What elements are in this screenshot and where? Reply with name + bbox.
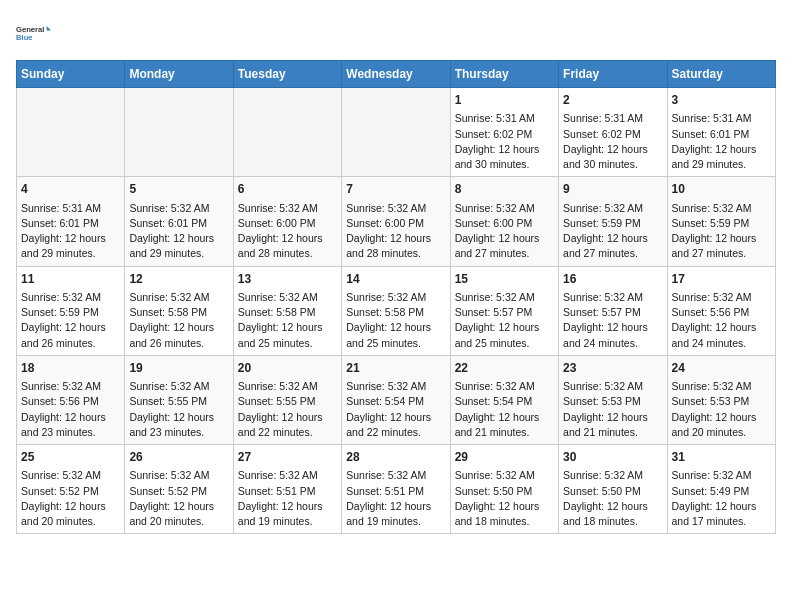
calendar-week-row: 18Sunrise: 5:32 AMSunset: 5:56 PMDayligh… (17, 355, 776, 444)
day-number: 26 (129, 449, 228, 466)
calendar-cell: 13Sunrise: 5:32 AMSunset: 5:58 PMDayligh… (233, 266, 341, 355)
day-info-line: and 21 minutes. (563, 425, 662, 440)
day-number: 31 (672, 449, 771, 466)
day-info-line: Daylight: 12 hours (672, 499, 771, 514)
day-info-line: and 25 minutes. (455, 336, 554, 351)
day-info-line: Sunrise: 5:32 AM (672, 201, 771, 216)
day-header-sunday: Sunday (17, 61, 125, 88)
calendar-cell: 7Sunrise: 5:32 AMSunset: 6:00 PMDaylight… (342, 177, 450, 266)
day-number: 5 (129, 181, 228, 198)
day-info-line: and 25 minutes. (346, 336, 445, 351)
day-info-line: and 28 minutes. (238, 246, 337, 261)
day-info-line: and 23 minutes. (21, 425, 120, 440)
day-info-line: and 20 minutes. (129, 514, 228, 529)
day-info-line: Sunset: 5:59 PM (672, 216, 771, 231)
day-number: 15 (455, 271, 554, 288)
day-info-line: Sunset: 6:00 PM (346, 216, 445, 231)
day-info-line: and 19 minutes. (346, 514, 445, 529)
day-info-line: Sunrise: 5:32 AM (238, 379, 337, 394)
day-info-line: Sunrise: 5:32 AM (129, 290, 228, 305)
day-number: 28 (346, 449, 445, 466)
day-info-line: Sunset: 5:55 PM (238, 394, 337, 409)
day-info-line: and 17 minutes. (672, 514, 771, 529)
day-info-line: Daylight: 12 hours (455, 320, 554, 335)
day-info-line: and 23 minutes. (129, 425, 228, 440)
day-number: 1 (455, 92, 554, 109)
day-info-line: Sunset: 5:57 PM (455, 305, 554, 320)
calendar-cell: 18Sunrise: 5:32 AMSunset: 5:56 PMDayligh… (17, 355, 125, 444)
calendar-cell: 17Sunrise: 5:32 AMSunset: 5:56 PMDayligh… (667, 266, 775, 355)
day-info-line: and 18 minutes. (563, 514, 662, 529)
day-info-line: Daylight: 12 hours (129, 231, 228, 246)
day-info-line: Sunset: 5:55 PM (129, 394, 228, 409)
calendar-cell: 4Sunrise: 5:31 AMSunset: 6:01 PMDaylight… (17, 177, 125, 266)
day-info-line: Sunset: 5:54 PM (455, 394, 554, 409)
day-info-line: Sunset: 5:53 PM (563, 394, 662, 409)
day-info-line: Daylight: 12 hours (563, 320, 662, 335)
day-info-line: Sunset: 6:00 PM (455, 216, 554, 231)
day-info-line: and 28 minutes. (346, 246, 445, 261)
calendar-week-row: 11Sunrise: 5:32 AMSunset: 5:59 PMDayligh… (17, 266, 776, 355)
calendar-cell: 29Sunrise: 5:32 AMSunset: 5:50 PMDayligh… (450, 445, 558, 534)
calendar-cell: 19Sunrise: 5:32 AMSunset: 5:55 PMDayligh… (125, 355, 233, 444)
day-info-line: and 19 minutes. (238, 514, 337, 529)
day-info-line: Daylight: 12 hours (455, 410, 554, 425)
header: General Blue (16, 16, 776, 52)
day-header-wednesday: Wednesday (342, 61, 450, 88)
day-info-line: Daylight: 12 hours (563, 142, 662, 157)
day-info-line: Sunrise: 5:31 AM (672, 111, 771, 126)
calendar-cell: 1Sunrise: 5:31 AMSunset: 6:02 PMDaylight… (450, 88, 558, 177)
day-info-line: and 24 minutes. (672, 336, 771, 351)
day-info-line: Sunrise: 5:32 AM (238, 468, 337, 483)
calendar-week-row: 4Sunrise: 5:31 AMSunset: 6:01 PMDaylight… (17, 177, 776, 266)
calendar-cell: 12Sunrise: 5:32 AMSunset: 5:58 PMDayligh… (125, 266, 233, 355)
day-info-line: Sunset: 5:49 PM (672, 484, 771, 499)
day-info-line: and 24 minutes. (563, 336, 662, 351)
day-number: 11 (21, 271, 120, 288)
day-info-line: and 22 minutes. (238, 425, 337, 440)
day-info-line: Daylight: 12 hours (238, 231, 337, 246)
svg-marker-2 (47, 26, 52, 31)
day-info-line: Sunrise: 5:32 AM (129, 468, 228, 483)
day-info-line: Sunrise: 5:31 AM (455, 111, 554, 126)
day-info-line: Sunrise: 5:32 AM (455, 290, 554, 305)
day-info-line: Sunset: 6:00 PM (238, 216, 337, 231)
day-info-line: Sunset: 5:51 PM (346, 484, 445, 499)
day-info-line: Sunrise: 5:32 AM (346, 201, 445, 216)
day-info-line: Sunrise: 5:32 AM (563, 290, 662, 305)
day-info-line: Daylight: 12 hours (21, 410, 120, 425)
day-number: 6 (238, 181, 337, 198)
day-info-line: and 29 minutes. (672, 157, 771, 172)
day-header-tuesday: Tuesday (233, 61, 341, 88)
calendar-cell: 5Sunrise: 5:32 AMSunset: 6:01 PMDaylight… (125, 177, 233, 266)
calendar-cell: 3Sunrise: 5:31 AMSunset: 6:01 PMDaylight… (667, 88, 775, 177)
calendar-cell: 31Sunrise: 5:32 AMSunset: 5:49 PMDayligh… (667, 445, 775, 534)
day-info-line: Daylight: 12 hours (563, 410, 662, 425)
day-info-line: Daylight: 12 hours (455, 142, 554, 157)
day-info-line: Sunset: 5:59 PM (21, 305, 120, 320)
day-info-line: Daylight: 12 hours (563, 231, 662, 246)
day-number: 12 (129, 271, 228, 288)
day-info-line: Sunrise: 5:32 AM (21, 379, 120, 394)
day-info-line: Daylight: 12 hours (129, 499, 228, 514)
calendar-cell: 6Sunrise: 5:32 AMSunset: 6:00 PMDaylight… (233, 177, 341, 266)
day-info-line: Sunset: 5:56 PM (21, 394, 120, 409)
day-number: 16 (563, 271, 662, 288)
day-info-line: Sunset: 5:54 PM (346, 394, 445, 409)
calendar-cell (342, 88, 450, 177)
day-info-line: Sunrise: 5:32 AM (238, 201, 337, 216)
day-info-line: Sunrise: 5:32 AM (672, 468, 771, 483)
day-number: 10 (672, 181, 771, 198)
logo: General Blue (16, 16, 52, 52)
day-header-monday: Monday (125, 61, 233, 88)
day-info-line: and 26 minutes. (21, 336, 120, 351)
day-header-friday: Friday (559, 61, 667, 88)
calendar-cell: 9Sunrise: 5:32 AMSunset: 5:59 PMDaylight… (559, 177, 667, 266)
day-info-line: Sunset: 6:01 PM (672, 127, 771, 142)
day-info-line: Sunrise: 5:32 AM (346, 468, 445, 483)
day-info-line: Daylight: 12 hours (672, 320, 771, 335)
day-info-line: Daylight: 12 hours (672, 410, 771, 425)
day-number: 19 (129, 360, 228, 377)
day-info-line: Daylight: 12 hours (672, 142, 771, 157)
day-info-line: Sunrise: 5:31 AM (21, 201, 120, 216)
